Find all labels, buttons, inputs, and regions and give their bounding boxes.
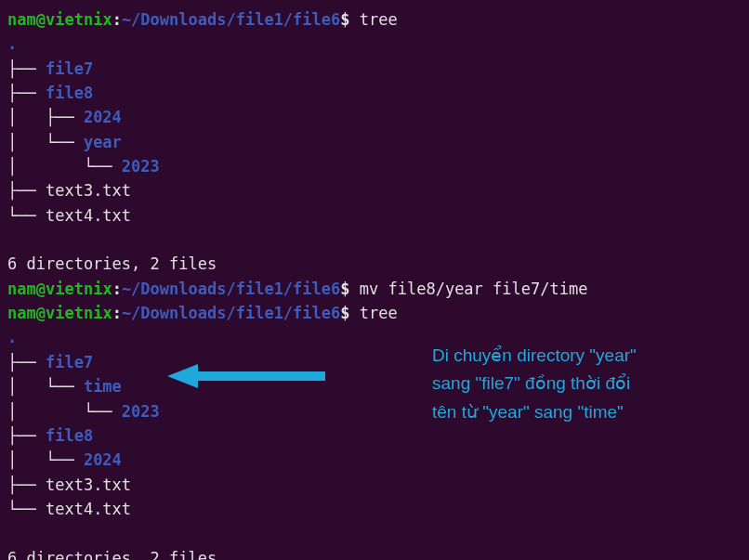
tree1-2024: │ ├── 2024 (7, 105, 742, 129)
prompt-at: @ (36, 304, 46, 322)
prompt-at: @ (36, 10, 46, 29)
prompt-user: nam (7, 10, 36, 29)
prompt-path: ~/Downloads/file1/file6 (122, 280, 340, 298)
command-2: mv file8/year file7/time (360, 280, 588, 298)
prompt-colon: : (112, 280, 122, 298)
prompt-line-3[interactable]: nam@vietnix:~/Downloads/file1/file6$ tre… (7, 301, 742, 325)
tree1-file7: ├── file7 (7, 57, 742, 81)
tree1-root: . (7, 32, 742, 56)
tree1-year: │ └── year (7, 130, 742, 154)
command-1: tree (360, 10, 398, 29)
prompt-host: vietnix (46, 10, 112, 29)
command-3: tree (360, 304, 398, 322)
prompt-colon: : (112, 304, 122, 322)
blank-2 (7, 521, 742, 545)
prompt-user: nam (7, 304, 36, 322)
prompt-dollar: $ (340, 280, 349, 298)
prompt-user: nam (7, 280, 36, 298)
prompt-dollar: $ (340, 304, 349, 322)
tree2-2024: │ └── 2024 (7, 448, 742, 472)
tree2-file8: ├── file8 (7, 423, 742, 448)
tree2-text3: ├── text3.txt (7, 473, 742, 497)
prompt-host: vietnix (46, 280, 112, 298)
tree1-2023: │ └── 2023 (7, 154, 742, 178)
prompt-at: @ (36, 280, 46, 298)
tree1-file8: ├── file8 (7, 81, 742, 105)
summary-1: 6 directories, 2 files (7, 252, 742, 276)
prompt-path: ~/Downloads/file1/file6 (122, 10, 340, 29)
prompt-line-2[interactable]: nam@vietnix:~/Downloads/file1/file6$ mv … (7, 277, 742, 301)
annotation-line-1: Di chuyển directory "year" (432, 342, 637, 370)
annotation-line-3: tên từ "year" sang "time" (432, 398, 637, 426)
prompt-host: vietnix (46, 304, 112, 322)
tree1-text4: └── text4.txt (7, 203, 742, 228)
blank-1 (7, 228, 742, 252)
annotation-line-2: sang "file7" đồng thời đổi (432, 370, 637, 397)
prompt-dollar: $ (340, 10, 349, 29)
annotation-box: Di chuyển directory "year" sang "file7" … (432, 342, 637, 426)
tree2-text4: └── text4.txt (7, 497, 742, 521)
prompt-line-1[interactable]: nam@vietnix:~/Downloads/file1/file6$ tre… (7, 7, 742, 32)
prompt-colon: : (112, 10, 122, 29)
tree1-text3: ├── text3.txt (7, 178, 742, 202)
prompt-path: ~/Downloads/file1/file6 (122, 304, 340, 322)
summary-2: 6 directories, 2 files (7, 546, 742, 560)
